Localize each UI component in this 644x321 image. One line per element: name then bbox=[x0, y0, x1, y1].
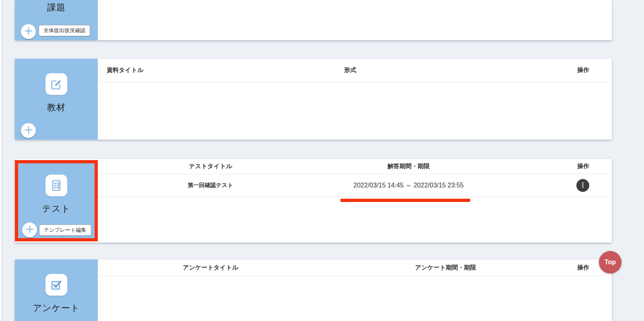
plus-icon bbox=[25, 225, 34, 235]
materials-label: 教材 bbox=[15, 101, 98, 113]
course-content-page: 課題 全体提出状況確認 教材 bbox=[0, 0, 644, 321]
materials-table: 資料タイトル 形式 操作 bbox=[98, 59, 612, 140]
column-header-actions: 操作 bbox=[494, 163, 612, 170]
checkbox-icon bbox=[45, 274, 67, 296]
test-title-cell: 第一回確認テスト bbox=[98, 182, 323, 189]
column-header-test-title: テストタイトル bbox=[98, 163, 323, 170]
plus-icon bbox=[24, 126, 33, 136]
plus-icon bbox=[24, 27, 33, 37]
test-table-row: 第一回確認テスト 2022/03/15 14:45 ～ 2022/03/15 2… bbox=[98, 174, 612, 197]
test-section: テスト テンプレート編集 テストタイトル 解答期間・期限 操作 第一回確認テスト… bbox=[15, 159, 612, 243]
survey-table-header: アンケートタイトル アンケート期間・期限 操作 bbox=[98, 259, 612, 276]
assignment-content-area bbox=[98, 0, 612, 40]
add-test-button[interactable] bbox=[22, 222, 37, 237]
test-period-text: 2022/03/15 14:45 ～ 2022/03/15 23:55 bbox=[353, 182, 464, 189]
red-underline-annotation bbox=[341, 199, 470, 202]
test-table: テストタイトル 解答期間・期限 操作 第一回確認テスト 2022/03/15 1… bbox=[98, 159, 612, 243]
quiz-list-icon bbox=[45, 175, 67, 196]
test-period-cell: 2022/03/15 14:45 ～ 2022/03/15 23:55 bbox=[323, 181, 494, 190]
page-left-edge bbox=[0, 0, 2, 321]
add-assignment-button[interactable] bbox=[21, 24, 36, 39]
materials-table-header: 資料タイトル 形式 操作 bbox=[98, 59, 612, 82]
materials-side-block: 教材 bbox=[15, 59, 98, 140]
row-actions-menu-button[interactable] bbox=[576, 179, 589, 192]
scroll-to-top-button[interactable]: Top bbox=[599, 251, 621, 274]
add-material-button[interactable] bbox=[21, 123, 36, 138]
survey-label: アンケート bbox=[15, 302, 98, 314]
overall-submission-status-button[interactable]: 全体提出状況確認 bbox=[39, 25, 90, 36]
survey-side-block: アンケート bbox=[15, 259, 98, 321]
assignment-label: 課題 bbox=[15, 2, 98, 14]
survey-table: アンケートタイトル アンケート期間・期限 操作 bbox=[98, 259, 612, 321]
edit-square-icon bbox=[45, 73, 67, 95]
test-side-block-highlighted: テスト テンプレート編集 bbox=[15, 160, 98, 241]
kebab-icon bbox=[579, 181, 586, 190]
assignment-side-block: 課題 全体提出状況確認 bbox=[15, 0, 98, 40]
test-actions-cell bbox=[494, 179, 612, 192]
materials-section: 教材 資料タイトル 形式 操作 bbox=[15, 59, 612, 140]
survey-section: アンケート アンケートタイトル アンケート期間・期限 操作 bbox=[15, 259, 612, 321]
column-header-survey-period: アンケート期間・期限 bbox=[323, 264, 568, 272]
column-header-material-title: 資料タイトル bbox=[98, 66, 323, 74]
column-header-answer-period: 解答期間・期限 bbox=[323, 163, 494, 170]
column-header-actions: 操作 bbox=[377, 66, 612, 74]
test-label: テスト bbox=[18, 203, 95, 215]
column-header-format: 形式 bbox=[323, 66, 377, 74]
column-header-survey-title: アンケートタイトル bbox=[98, 264, 323, 272]
template-edit-button[interactable]: テンプレート編集 bbox=[39, 224, 91, 236]
assignment-section: 課題 全体提出状況確認 bbox=[15, 0, 612, 40]
test-table-header: テストタイトル 解答期間・期限 操作 bbox=[98, 159, 612, 174]
